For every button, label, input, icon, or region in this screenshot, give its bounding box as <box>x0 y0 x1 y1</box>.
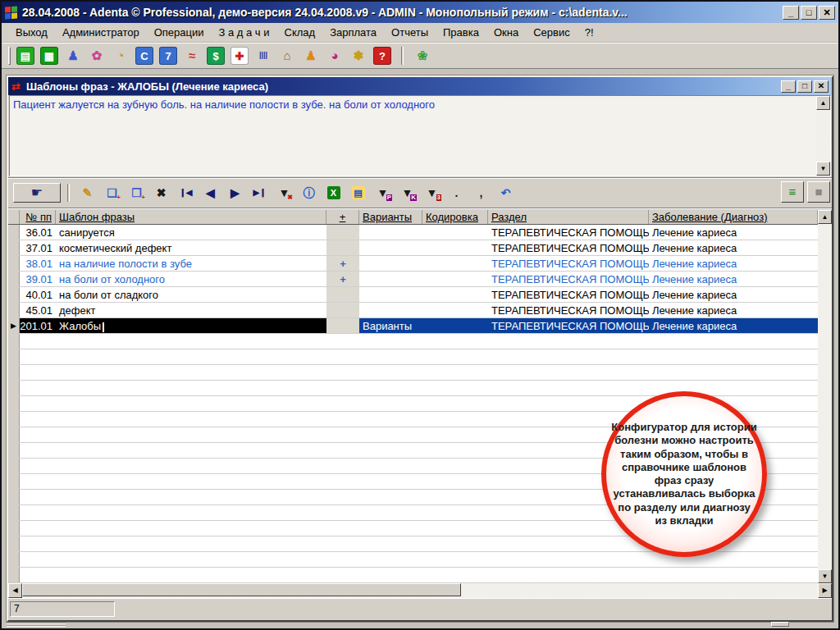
pick-button[interactable]: ☛ <box>13 183 61 203</box>
menu-item-6[interactable]: Зарплата <box>322 24 384 41</box>
filter-3-icon[interactable]: ▼3 <box>421 183 443 203</box>
cell-plus <box>326 225 359 240</box>
table-row[interactable]: 38.01на наличие полости в зубе+ТЕРАПЕВТИ… <box>8 256 818 272</box>
list-view-button[interactable]: ≡ <box>781 181 804 203</box>
barcode-icon[interactable]: |||| <box>254 47 272 65</box>
phrases-window-icon: ⇄ <box>11 80 26 93</box>
exchange-icon[interactable]: ≈ <box>183 47 201 65</box>
copy-record-icon[interactable]: ❐+ <box>126 183 148 203</box>
clover-icon[interactable]: ❀ <box>413 47 431 65</box>
events-icon[interactable]: ✿ <box>88 47 106 65</box>
card-view-icon[interactable]: ▤ <box>347 183 369 203</box>
memo-scrollbar[interactable]: ▲ ▼ <box>816 96 830 176</box>
grid-scroll-track[interactable] <box>818 224 832 569</box>
menu-item-9[interactable]: Окна <box>486 24 526 41</box>
table-row[interactable]: 40.01на боли от сладкогоТЕРАПЕВТИЧЕСКАЯ … <box>8 287 818 303</box>
menu-item-7[interactable]: Отчеты <box>384 24 436 41</box>
charts-pie-icon[interactable]: ◕ <box>326 47 344 65</box>
first-record-icon[interactable]: ❙◀ <box>175 183 197 203</box>
dot-button[interactable]: . <box>445 183 468 203</box>
close-button[interactable]: ✕ <box>819 6 835 20</box>
grid-scrollbar-horizontal[interactable]: ◀ ▶ <box>8 583 832 598</box>
money-icon[interactable]: $ <box>207 47 225 65</box>
last-record-icon[interactable]: ▶❙ <box>249 183 271 203</box>
add-record-icon[interactable]: ❏+ <box>101 183 123 203</box>
excel-export-icon[interactable]: X <box>322 183 345 203</box>
memo-scroll-track[interactable] <box>816 110 830 162</box>
cell-plus: + <box>326 272 359 286</box>
cashdesk-icon[interactable]: ⌂ <box>278 47 296 65</box>
row-indicator <box>8 303 20 317</box>
edit-record-icon[interactable]: ✎ <box>76 183 98 203</box>
column-header-phrase[interactable]: Шаблон фразы <box>56 210 326 224</box>
menu-item-4[interactable]: З а д а ч и <box>212 24 277 41</box>
table-row[interactable]: 37.01косметический дефектТЕРАПЕВТИЧЕСКАЯ… <box>8 240 818 256</box>
undo-icon[interactable]: ↶ <box>495 183 517 203</box>
empty-cell <box>20 349 818 364</box>
column-header-label: Варианты <box>363 211 412 223</box>
comma-button[interactable]: , <box>470 183 492 203</box>
schedule-grid-icon[interactable]: ▦ <box>40 47 58 65</box>
help-letter-icon[interactable]: ? <box>373 47 391 65</box>
staff-icon[interactable]: ♟ <box>302 47 320 65</box>
resize-grip-left[interactable] <box>7 623 66 627</box>
scroll-down-icon[interactable]: ▼ <box>818 569 832 583</box>
patient-card-icon[interactable]: ▤ <box>16 47 34 65</box>
cell-phrase: на боли от холодного <box>56 272 326 286</box>
menu-item-3[interactable]: Операции <box>147 24 212 41</box>
menu-item-10[interactable]: Сервис <box>526 24 578 41</box>
filter-p-icon[interactable]: ▼P <box>372 183 394 203</box>
table-row[interactable]: 36.01санируетсяТЕРАПЕВТИЧЕСКАЯ ПОМОЩЬЛеч… <box>8 225 818 240</box>
table-row[interactable]: 45.01дефектТЕРАПЕВТИЧЕСКАЯ ПОМОЩЬЛечение… <box>8 303 818 318</box>
scroll-down-icon[interactable]: ▼ <box>816 162 830 176</box>
prev-record-icon[interactable]: ◀ <box>199 183 221 203</box>
cell-diagnosis: Лечение кариеса <box>649 225 818 240</box>
filter-k-icon[interactable]: ▼K <box>396 183 418 203</box>
column-header-coding[interactable]: Кодировка <box>422 210 488 224</box>
doc-minimize-button[interactable]: _ <box>781 80 796 93</box>
maximize-button[interactable]: □ <box>801 6 817 20</box>
info-icon[interactable]: ⓘ <box>298 183 320 203</box>
column-header-diagnosis[interactable]: Заболевание (Диагноз) <box>649 210 818 224</box>
column-header-variants[interactable]: Варианты <box>359 210 422 224</box>
scroll-up-icon[interactable]: ▲ <box>818 210 832 224</box>
grid-header-indicator <box>8 210 20 224</box>
doc-maximize-button[interactable]: □ <box>797 80 812 93</box>
phrase-memo[interactable]: Пациент жалуется на зубную боль. на нали… <box>9 95 831 176</box>
service-gear-icon[interactable]: ✽ <box>349 47 368 65</box>
patients-icon[interactable]: ♟ <box>64 47 82 65</box>
menu-item-8[interactable]: Правка <box>436 24 486 41</box>
minimize-button[interactable]: _ <box>783 6 799 20</box>
menu-item-1[interactable]: Выход <box>8 24 55 41</box>
scroll-right-icon[interactable]: ▶ <box>818 583 832 598</box>
clear-filter-icon[interactable]: ▼✖ <box>273 183 295 203</box>
row-indicator <box>8 490 20 504</box>
scroll-up-icon[interactable]: ▲ <box>816 96 830 110</box>
row-indicator <box>8 552 20 567</box>
divider <box>8 208 832 209</box>
hscroll-thumb[interactable] <box>22 583 461 596</box>
calendar-7-icon[interactable]: 7 <box>159 47 177 65</box>
hscroll-track[interactable] <box>22 583 818 598</box>
table-row[interactable]: ▶201.01ЖалобыВариантыТЕРАПЕВТИЧЕСКАЯ ПОМ… <box>8 318 818 334</box>
resize-grip-right[interactable] <box>771 622 789 627</box>
firstaid-icon[interactable]: ✚ <box>231 47 249 65</box>
doc-close-button[interactable]: ✕ <box>814 80 829 93</box>
cell-diagnosis: Лечение кариеса <box>649 256 818 271</box>
column-header-num[interactable]: № пп <box>20 210 56 224</box>
gray-panel-button[interactable]: ■ <box>807 181 830 203</box>
delete-record-icon[interactable]: ✖ <box>150 183 172 203</box>
menu-item-11[interactable]: ?! <box>578 24 601 41</box>
scroll-left-icon[interactable]: ◀ <box>8 583 22 598</box>
menu-item-5[interactable]: Склад <box>277 24 323 41</box>
calendar-c-icon[interactable]: C <box>135 47 153 65</box>
windows-logo-icon <box>5 6 17 19</box>
timetable-clock-icon[interactable]: ◔ <box>112 47 130 65</box>
column-header-section[interactable]: Раздел <box>488 210 649 224</box>
table-row[interactable]: 39.01на боли от холодного+ТЕРАПЕВТИЧЕСКА… <box>8 272 818 287</box>
column-header-plus[interactable]: + <box>326 210 359 224</box>
cell-coding <box>422 318 488 333</box>
menu-item-2[interactable]: Администратор <box>55 24 147 41</box>
grid-scrollbar-vertical[interactable]: ▲ ▼ <box>818 210 832 583</box>
next-record-icon[interactable]: ▶ <box>224 183 246 203</box>
